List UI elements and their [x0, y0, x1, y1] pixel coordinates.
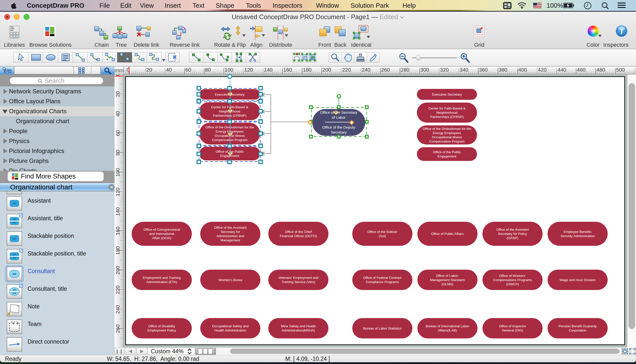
- svg-text:i: i: [620, 27, 623, 36]
